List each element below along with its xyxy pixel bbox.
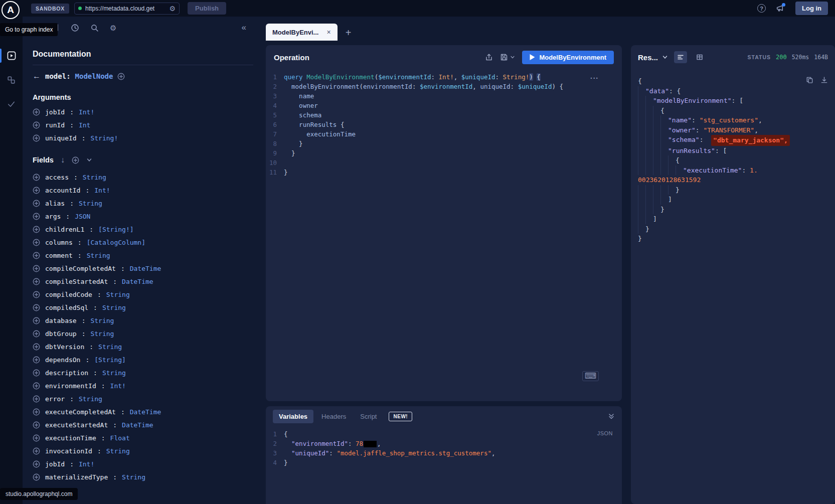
field-row[interactable]: comment: String [33,249,253,262]
field-type-link[interactable]: String [79,395,102,403]
announcements-icon[interactable] [776,4,784,13]
add-field-icon[interactable] [33,434,40,442]
field-row[interactable]: executeStartedAt: DateTime [33,418,253,431]
add-field-icon[interactable] [33,265,40,272]
field-type-link[interactable]: JSON [75,213,90,220]
variables-editor[interactable]: 1{2 "environmentId": 78,3 "uniqueId": "m… [266,426,622,467]
add-field-icon[interactable] [33,382,40,390]
field-row[interactable]: executionTime: Float [33,431,253,444]
add-field-icon[interactable] [33,317,40,324]
tab-headers[interactable]: Headers [315,410,352,423]
add-field-icon[interactable] [33,252,40,259]
rail-schema-button[interactable] [0,72,23,88]
field-row[interactable]: childrenL1: [String!] [33,223,253,236]
field-type-link[interactable]: String [102,369,126,377]
field-type-link[interactable]: String [122,473,145,481]
field-row[interactable]: access: String [33,171,253,184]
field-type-link[interactable]: Int! [110,382,126,390]
field-type-link[interactable]: Float [110,434,130,442]
tab-variables[interactable]: Variables [273,410,313,423]
operation-editor[interactable]: 1query ModelByEnvironment($environmentId… [266,69,622,177]
save-dropdown-chevron-icon[interactable] [510,55,515,60]
add-all-fields-icon[interactable] [72,156,79,164]
back-arrow-icon[interactable]: ← [33,72,41,81]
field-row[interactable]: invocationId: String [33,444,253,457]
table-view-icon[interactable] [693,51,706,63]
graph-url-input[interactable]: https://metadata.cloud.get ⚙ [74,3,180,15]
field-row[interactable]: materializedType: String [33,470,253,483]
field-type-link[interactable]: Int! [79,460,94,468]
add-field-icon[interactable] [33,200,40,207]
chevron-down-icon[interactable] [86,157,92,163]
publish-button[interactable]: Publish [188,2,226,15]
close-tab-icon[interactable]: × [326,28,330,36]
add-field-icon[interactable] [33,330,40,338]
run-operation-button[interactable]: ModelByEnvironment [522,51,614,64]
field-type-link[interactable]: [String] [94,356,126,364]
field-row[interactable]: database: String [33,314,253,327]
add-field-icon[interactable] [33,174,40,181]
login-button[interactable]: Log in [795,2,828,15]
field-type-link[interactable]: String! [90,134,118,142]
add-field-icon[interactable] [33,473,40,481]
more-options-icon[interactable]: ··· [590,74,599,82]
field-row[interactable]: compiledSql: String [33,301,253,314]
field-row[interactable]: jobId: Int! [33,457,253,470]
field-row[interactable]: args: JSON [33,210,253,223]
collapse-variables-icon[interactable] [608,413,615,420]
add-field-icon[interactable] [33,134,40,142]
add-field-icon[interactable] [33,408,40,416]
history-icon[interactable] [71,24,79,32]
field-type-link[interactable]: DateTime [130,265,161,272]
add-field-icon[interactable] [33,369,40,377]
field-type-link[interactable]: String [90,330,114,338]
add-field-icon[interactable] [33,421,40,429]
add-field-icon[interactable] [33,304,40,311]
breadcrumb-type-link[interactable]: ModelNode [75,72,113,80]
tab-script[interactable]: Script [354,410,383,423]
add-field-icon[interactable] [33,121,40,129]
new-tab-button[interactable]: + [346,28,352,38]
field-type-link[interactable]: Int! [94,187,110,194]
field-type-link[interactable]: DateTime [122,278,153,285]
field-row[interactable]: dbtGroup: String [33,327,253,340]
field-row[interactable]: accountId: Int! [33,184,253,197]
keyboard-shortcuts-icon[interactable]: ⌨ [582,371,599,381]
add-field-icon[interactable] [33,447,40,455]
add-field-icon[interactable] [33,187,40,194]
field-row[interactable]: jobId: Int! [33,105,253,118]
field-type-link[interactable]: String [79,200,102,207]
rail-explorer-button[interactable] [0,48,23,64]
field-type-link[interactable]: String [106,291,130,298]
save-icon[interactable] [500,53,508,61]
field-type-link[interactable]: DateTime [130,408,161,416]
field-row[interactable]: description: String [33,366,253,379]
field-type-link[interactable]: String [87,252,110,259]
field-type-link[interactable]: String [90,317,114,324]
raw-view-icon[interactable] [674,51,687,63]
add-field-icon[interactable] [33,356,40,364]
add-field-icon[interactable] [33,291,40,298]
field-type-link[interactable]: Int [79,121,90,129]
field-row[interactable]: columns: [CatalogColumn] [33,236,253,249]
copy-icon[interactable] [806,76,813,84]
add-type-icon[interactable] [117,73,125,80]
field-row[interactable]: dbtVersion: String [33,340,253,353]
operation-tab[interactable]: ModelByEnvi... × [266,24,338,41]
field-row[interactable]: uniqueId: String! [33,131,253,144]
add-field-icon[interactable] [33,108,40,116]
field-row[interactable]: compiledCode: String [33,288,253,301]
add-field-icon[interactable] [33,226,40,233]
field-row[interactable]: executeCompletedAt: DateTime [33,405,253,418]
share-icon[interactable] [485,53,493,61]
field-row[interactable]: error: String [33,392,253,405]
field-type-link[interactable]: DateTime [122,421,153,429]
apollo-logo[interactable]: A [2,1,20,19]
field-type-link[interactable]: [CatalogColumn] [87,239,145,246]
field-type-link[interactable]: String [98,343,122,351]
download-icon[interactable] [820,76,828,84]
field-row[interactable]: alias: String [33,197,253,210]
collapse-panel-icon[interactable]: « [242,23,246,33]
field-row[interactable]: runId: Int [33,118,253,131]
response-body[interactable]: {"data": {"modelByEnvironment": [{"name"… [631,69,835,244]
